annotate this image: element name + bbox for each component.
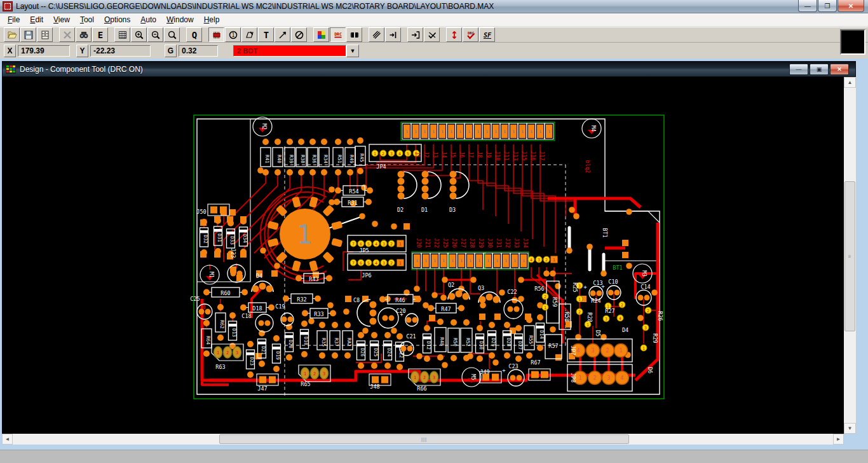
- menu-view[interactable]: View: [48, 14, 75, 25]
- design-window-title-bar[interactable]: Design - Component Tool (DRC ON) — ▣ ✕: [2, 61, 856, 77]
- component-R36[interactable]: R36: [308, 139, 318, 176]
- header-pin[interactable]: 3: [642, 324, 649, 331]
- header-pin[interactable]: 7: [350, 259, 356, 266]
- component-R48[interactable]: R48: [435, 319, 446, 361]
- transistor[interactable]: [252, 281, 273, 293]
- component-D22[interactable]: D22: [396, 333, 405, 370]
- scroll-right-button[interactable]: ►: [833, 434, 844, 445]
- zoom-in-button[interactable]: [131, 27, 147, 42]
- header-pin-1[interactable]: 1: [551, 256, 558, 263]
- component-R35[interactable]: R35: [317, 322, 327, 359]
- connector-pad[interactable]: 4: [616, 371, 629, 385]
- close-button[interactable]: ✕: [837, 0, 864, 12]
- menu-help[interactable]: Help: [199, 14, 225, 25]
- header-pin[interactable]: 4: [397, 150, 403, 156]
- component-R47[interactable]: R47: [428, 303, 465, 313]
- component-R34[interactable]: R34: [319, 139, 329, 176]
- header-pin[interactable]: 3: [381, 259, 387, 266]
- menu-file[interactable]: File: [3, 14, 25, 25]
- header-pin[interactable]: 1: [641, 345, 647, 351]
- transistor[interactable]: [448, 289, 470, 300]
- diode-sip[interactable]: [398, 171, 417, 200]
- transistor[interactable]: [357, 300, 377, 326]
- header-pin[interactable]: 6: [358, 259, 364, 266]
- capacitor[interactable]: [400, 342, 414, 356]
- connection-tool-button[interactable]: [275, 27, 290, 42]
- zoom-fit-button[interactable]: [164, 27, 180, 42]
- header-pin[interactable]: 4: [373, 240, 379, 247]
- capacitor[interactable]: +: [601, 283, 621, 300]
- trimmer[interactable]: 123: [409, 369, 440, 385]
- component-R49[interactable]: R49: [345, 139, 355, 176]
- connector-pad[interactable]: 1: [614, 344, 628, 357]
- header-pin[interactable]: 5: [405, 150, 411, 156]
- component-R33[interactable]: R33: [302, 308, 336, 318]
- mounting-hole-M2[interactable]: M2: [253, 117, 272, 136]
- header-pin[interactable]: 2: [645, 307, 651, 314]
- shove-button[interactable]: [385, 27, 401, 42]
- maximize-button[interactable]: ❐: [818, 0, 837, 12]
- connector-pad[interactable]: 3: [587, 344, 600, 357]
- menu-tool[interactable]: Tool: [75, 14, 99, 25]
- trimmer[interactable]: 123: [212, 344, 243, 361]
- component-R54[interactable]: R54: [335, 186, 373, 195]
- header-pin[interactable]: 5: [365, 240, 372, 247]
- obstacle-tool-button[interactable]: [241, 27, 257, 42]
- pcb-canvas[interactable]: 111111111111111111111111111111R41R40R39R…: [2, 77, 844, 434]
- open-button[interactable]: [4, 27, 20, 42]
- header-pin[interactable]: 2: [388, 240, 395, 247]
- header-pin[interactable]: 3: [603, 315, 609, 322]
- header-pin[interactable]: 6: [358, 240, 364, 247]
- design-close-button[interactable]: ✕: [830, 64, 849, 75]
- error-tool-button[interactable]: [291, 27, 307, 42]
- diode-sip[interactable]: [450, 171, 470, 200]
- component-R50[interactable]: R50: [448, 319, 459, 361]
- title-bar[interactable]: Layout -- C:\USERS\LIGO.GEORGE\DOWNLOADS…: [0, 0, 868, 13]
- component-D20[interactable]: D20: [285, 324, 294, 361]
- component-R55[interactable]: R55: [524, 317, 534, 359]
- header-pin-1[interactable]: 1: [397, 240, 404, 247]
- component-RA2[interactable]: RA2: [342, 322, 353, 359]
- online-drc-button[interactable]: DRC: [330, 27, 346, 42]
- terminal-strip[interactable]: 11111111111111111: [402, 123, 553, 139]
- header-pin[interactable]: 3: [536, 256, 542, 263]
- find-button[interactable]: [76, 27, 92, 42]
- delete-button[interactable]: [59, 27, 75, 42]
- header-pin[interactable]: 2: [380, 150, 386, 156]
- component-D10[interactable]: D10: [301, 321, 309, 357]
- header-pin[interactable]: 2: [542, 293, 548, 300]
- modules-button[interactable]: [346, 27, 362, 42]
- component-R37[interactable]: R37: [330, 322, 340, 359]
- design-minimize-button[interactable]: —: [789, 64, 808, 75]
- query-button[interactable]: Q: [186, 27, 202, 42]
- drc-check-button[interactable]: DRC: [463, 27, 478, 42]
- library-button[interactable]: [37, 27, 53, 42]
- component-D30[interactable]: D30: [476, 325, 485, 362]
- minimize-button[interactable]: —: [798, 0, 817, 12]
- header-pin[interactable]: 1: [542, 304, 548, 310]
- menu-edit[interactable]: Edit: [25, 14, 48, 25]
- capacitor[interactable]: [255, 314, 273, 332]
- layer-dropdown-button[interactable]: ▼: [346, 45, 359, 57]
- header-pin[interactable]: 3: [381, 240, 387, 247]
- header-pin[interactable]: 2: [543, 256, 550, 263]
- save-button[interactable]: [20, 27, 36, 42]
- edit-text-button[interactable]: E: [92, 27, 108, 42]
- layer-select-value[interactable]: 2 BOT: [233, 45, 346, 57]
- component-tool-button[interactable]: [208, 27, 224, 42]
- component-R51[interactable]: R51: [333, 139, 343, 176]
- spreadsheet-button[interactable]: [114, 27, 130, 42]
- header-pin[interactable]: 2: [619, 301, 625, 308]
- board-in-button[interactable]: [407, 27, 423, 42]
- component-D26[interactable]: D26: [357, 332, 366, 369]
- design-restore-button[interactable]: ▣: [810, 64, 829, 75]
- sf-button[interactable]: SF: [479, 27, 495, 42]
- component-D21[interactable]: D21: [258, 330, 267, 367]
- vertical-scrollbar[interactable]: ▲ ≡ ▼: [844, 77, 856, 434]
- colors-button[interactable]: [313, 27, 329, 42]
- connector-pad[interactable]: 3: [602, 371, 616, 385]
- component-D19[interactable]: D19: [273, 335, 281, 372]
- component-R39[interactable]: R39: [285, 139, 295, 176]
- component-D25[interactable]: D25: [370, 332, 379, 369]
- scroll-left-button[interactable]: ◄: [2, 434, 13, 445]
